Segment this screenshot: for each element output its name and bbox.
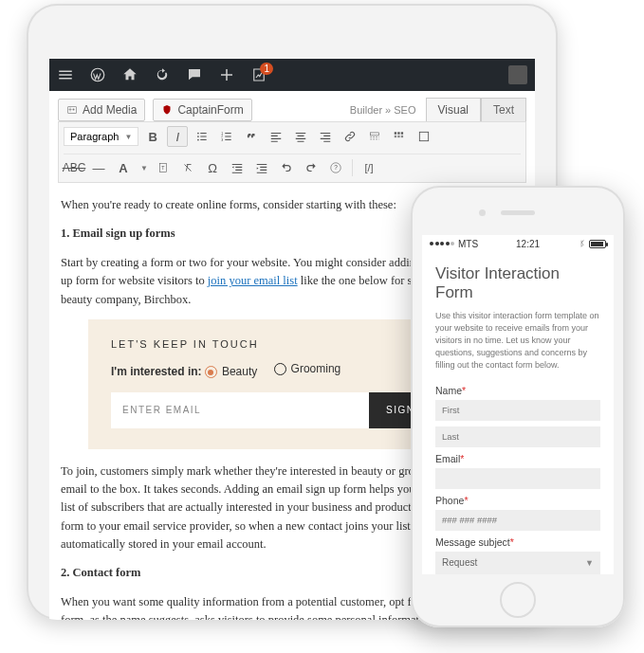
status-bar: MTS 12:21 (422, 235, 614, 253)
link-email-list[interactable]: join your email list (208, 274, 298, 287)
signal-icon (430, 242, 454, 245)
paste-text-button[interactable]: T (153, 157, 174, 178)
label-name: Name* (435, 385, 600, 396)
svg-rect-12 (401, 132, 403, 134)
svg-text:3: 3 (221, 138, 223, 142)
signup-email-input[interactable]: ENTER EMAIL (111, 392, 369, 428)
link-button[interactable] (340, 126, 360, 147)
svg-point-3 (197, 133, 199, 135)
radio-beauty[interactable]: Beauty (205, 363, 257, 381)
svg-point-4 (197, 136, 199, 137)
add-media-label: Add Media (83, 103, 137, 117)
svg-text:T: T (161, 165, 165, 171)
editor-toolbar: Paragraph▼ B I 123 ABC — A ▼ T Ω (58, 121, 526, 183)
plus-icon[interactable] (218, 66, 235, 83)
home-icon[interactable] (121, 66, 138, 83)
phone-camera (479, 209, 486, 216)
align-center-button[interactable] (290, 126, 311, 147)
clock: 12:21 (516, 239, 540, 249)
strikethrough-button[interactable]: ABC (64, 157, 84, 178)
heading-1: 1. Email sign up forms (61, 227, 175, 240)
chevron-down-icon: ▼ (585, 558, 594, 568)
builder-seo-label[interactable]: Builder » SEO (350, 104, 416, 116)
blockquote-button[interactable] (241, 126, 262, 147)
phone-speaker (501, 210, 535, 215)
avatar[interactable] (508, 65, 527, 84)
wp-admin-bar: 1 (49, 59, 535, 91)
numbered-list-button[interactable]: 123 (216, 126, 237, 147)
captainform-label: CaptainForm (177, 103, 243, 117)
redo-button[interactable] (301, 157, 322, 178)
input-first-name[interactable] (435, 400, 600, 421)
svg-point-5 (197, 139, 199, 141)
seo-icon[interactable]: 1 (250, 66, 267, 83)
special-char-button[interactable]: Ω (202, 157, 223, 178)
form-title: Visitor Interaction Form (435, 264, 600, 302)
svg-rect-16 (420, 132, 429, 140)
input-last-name[interactable] (435, 426, 600, 447)
svg-point-0 (91, 68, 104, 82)
notification-badge: 1 (260, 63, 273, 75)
indent-button[interactable] (251, 157, 272, 178)
text-color-caret[interactable]: ▼ (138, 157, 149, 178)
align-left-button[interactable] (266, 126, 286, 147)
captainform-button[interactable]: CaptainForm (153, 99, 251, 121)
carrier-label: MTS (458, 239, 478, 249)
svg-rect-14 (398, 136, 400, 137)
refresh-icon[interactable] (154, 66, 171, 83)
undo-button[interactable] (276, 157, 297, 178)
comment-icon[interactable] (186, 66, 203, 83)
clear-formatting-button[interactable] (177, 157, 198, 178)
hamburger-icon[interactable] (57, 66, 74, 83)
phone-home-button[interactable] (500, 582, 536, 618)
italic-button[interactable]: I (167, 126, 188, 147)
form-description: Use this visitor interaction form templa… (435, 310, 600, 372)
bluetooth-icon (578, 239, 585, 248)
tab-visual[interactable]: Visual (426, 98, 481, 121)
toolbar-toggle-button[interactable] (389, 126, 410, 147)
label-email: Email* (435, 453, 600, 464)
label-subject: Message subject* (435, 536, 600, 548)
help-button[interactable]: ? (325, 157, 346, 178)
tab-text[interactable]: Text (481, 98, 526, 121)
radio-grooming[interactable]: Grooming (274, 360, 341, 378)
select-subject[interactable]: Request ▼ (435, 552, 600, 574)
heading-2: 2. Contact form (61, 566, 140, 579)
bullet-list-button[interactable] (192, 126, 212, 147)
input-phone[interactable] (435, 510, 600, 531)
hr-button[interactable]: — (88, 157, 109, 178)
shortcode-button[interactable]: [/] (359, 157, 379, 178)
wordpress-icon[interactable] (89, 66, 106, 83)
fullscreen-button[interactable] (414, 126, 434, 147)
bold-button[interactable]: B (142, 126, 163, 147)
svg-rect-11 (398, 132, 400, 134)
svg-text:?: ? (334, 164, 338, 171)
svg-point-2 (73, 108, 75, 110)
svg-rect-13 (395, 136, 396, 137)
visitor-form: Visitor Interaction Form Use this visito… (422, 253, 614, 574)
phone-frame: MTS 12:21 Visitor Interaction Form Use t… (411, 186, 625, 627)
outdent-button[interactable] (227, 157, 248, 178)
label-phone: Phone* (435, 495, 600, 506)
align-right-button[interactable] (315, 126, 336, 147)
svg-rect-1 (68, 106, 77, 113)
svg-rect-15 (401, 136, 403, 137)
input-email[interactable] (435, 468, 600, 489)
editor-meta-bar: Add Media CaptainForm Builder » SEO Visu… (49, 91, 535, 121)
svg-rect-10 (395, 132, 396, 134)
text-color-button[interactable]: A (113, 157, 134, 178)
battery-icon (589, 240, 606, 248)
insert-more-button[interactable] (364, 126, 385, 147)
svg-rect-9 (371, 133, 379, 136)
phone-screen: MTS 12:21 Visitor Interaction Form Use t… (422, 235, 614, 574)
add-media-button[interactable]: Add Media (58, 99, 145, 121)
paragraph-select[interactable]: Paragraph▼ (64, 127, 138, 146)
